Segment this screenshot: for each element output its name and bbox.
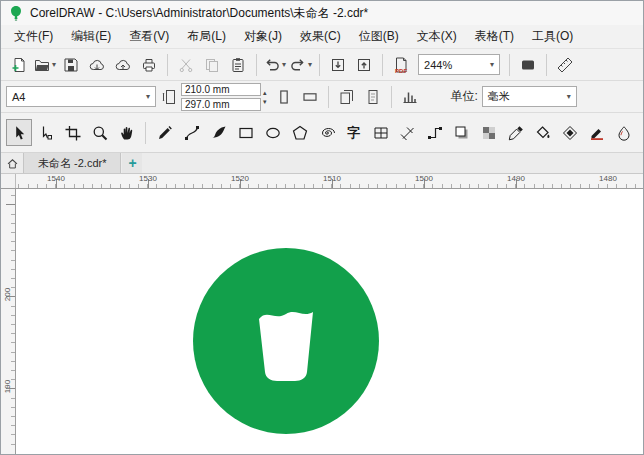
table-tool[interactable] bbox=[368, 119, 394, 146]
paste-clipboard-icon bbox=[230, 57, 246, 73]
page-width-input[interactable]: 210.0 mm bbox=[181, 83, 261, 96]
titlebar: CorelDRAW - C:\Users\Administrator\Docum… bbox=[1, 1, 643, 25]
redo-button[interactable]: ▾ bbox=[289, 53, 313, 77]
page-height-input[interactable]: 297.0 mm bbox=[181, 98, 261, 111]
smart-fill-tool[interactable] bbox=[557, 119, 583, 146]
coreldraw-window: CorelDRAW - C:\Users\Administrator\Docum… bbox=[0, 0, 644, 455]
rectangle-tool[interactable] bbox=[233, 119, 259, 146]
drawing-canvas[interactable]: 200 190 bbox=[1, 189, 643, 454]
landscape-orientation-button[interactable] bbox=[298, 85, 322, 109]
zoom-level-combobox[interactable]: 244% ▾ bbox=[418, 54, 500, 75]
menu-item-edit[interactable]: 编辑(E) bbox=[62, 25, 120, 48]
freehand-tool[interactable] bbox=[152, 119, 178, 146]
new-document-button[interactable] bbox=[7, 53, 31, 77]
menu-item-object[interactable]: 对象(J) bbox=[235, 25, 291, 48]
connector-tool[interactable] bbox=[422, 119, 448, 146]
cloud-upload-button[interactable] bbox=[111, 53, 135, 77]
dropdown-caret-icon: ▾ bbox=[146, 93, 150, 101]
units-combobox[interactable]: 毫米 ▾ bbox=[482, 86, 577, 107]
polygon-tool[interactable] bbox=[287, 119, 313, 146]
text-tool[interactable]: 字 bbox=[341, 119, 367, 146]
menu-item-effects[interactable]: 效果(C) bbox=[291, 25, 350, 48]
ellipse-tool[interactable] bbox=[260, 119, 286, 146]
publish-to-pdf-button[interactable]: PDF bbox=[389, 53, 413, 77]
brush-stroke-icon bbox=[211, 125, 227, 141]
document-tab[interactable]: 未命名 -2.cdr* bbox=[23, 153, 121, 173]
property-bar: A4 ▾ 210.0 mm 297.0 mm ▴ ▾ bbox=[1, 81, 643, 113]
artistic-media-tool[interactable] bbox=[206, 119, 232, 146]
page-width-value: 210.0 mm bbox=[185, 84, 229, 95]
text-tool-icon: 字 bbox=[347, 126, 360, 139]
menu-item-bitmaps[interactable]: 位图(B) bbox=[350, 25, 408, 48]
import-button[interactable] bbox=[326, 53, 350, 77]
pencil-icon bbox=[157, 125, 173, 141]
ruler-tick-label: 200 bbox=[3, 281, 12, 309]
pick-cursor-icon bbox=[11, 125, 27, 141]
copy-button[interactable] bbox=[200, 53, 224, 77]
save-button[interactable] bbox=[59, 53, 83, 77]
crop-tool[interactable] bbox=[60, 119, 86, 146]
ruler-tick-label: 1530 bbox=[134, 174, 162, 183]
cut-button[interactable] bbox=[174, 53, 198, 77]
parallel-dimension-tool[interactable] bbox=[395, 119, 421, 146]
toolbar-separator bbox=[167, 54, 168, 76]
open-document-button[interactable]: ▾ bbox=[33, 53, 57, 77]
paint-bucket-icon bbox=[535, 125, 551, 141]
shape-node-icon bbox=[38, 125, 54, 141]
current-page-button[interactable] bbox=[361, 85, 385, 109]
units-value: 毫米 bbox=[488, 89, 510, 104]
menu-item-text[interactable]: 文本(X) bbox=[408, 25, 466, 48]
transparency-tool[interactable] bbox=[476, 119, 502, 146]
toolbar-separator bbox=[391, 86, 392, 108]
document-tab-label: 未命名 -2.cdr* bbox=[38, 156, 106, 171]
coreldraw-logo-icon bbox=[8, 5, 24, 21]
cloud-download-button[interactable] bbox=[85, 53, 109, 77]
new-tab-button[interactable]: + bbox=[122, 153, 142, 173]
export-button[interactable] bbox=[352, 53, 376, 77]
toolbox-separator bbox=[145, 122, 146, 144]
fill-tool[interactable] bbox=[611, 119, 637, 146]
toolbox: 字 bbox=[1, 113, 643, 153]
welcome-home-icon[interactable] bbox=[1, 153, 23, 173]
menu-item-table[interactable]: 表格(T) bbox=[466, 25, 523, 48]
pick-tool[interactable] bbox=[6, 119, 32, 146]
menu-item-tools[interactable]: 工具(O) bbox=[523, 25, 582, 48]
fill-droplet-icon bbox=[616, 125, 632, 141]
vertical-ruler[interactable]: 200 190 bbox=[1, 189, 16, 454]
all-pages-button[interactable] bbox=[335, 85, 359, 109]
spiral-tool[interactable] bbox=[314, 119, 340, 146]
portrait-orientation-button[interactable] bbox=[272, 85, 296, 109]
color-eyedropper-tool[interactable] bbox=[503, 119, 529, 146]
page-size-stepper[interactable]: ▴ ▾ bbox=[263, 89, 267, 105]
undo-button[interactable]: ▾ bbox=[263, 53, 287, 77]
save-floppy-icon bbox=[63, 57, 79, 73]
print-button[interactable] bbox=[137, 53, 161, 77]
zoom-tool[interactable] bbox=[87, 119, 113, 146]
horizontal-ruler[interactable]: 1540 1530 1520 1510 1500 1490 1480 bbox=[1, 174, 643, 189]
interactive-fill-tool[interactable] bbox=[530, 119, 556, 146]
toolbar-separator bbox=[328, 86, 329, 108]
cloud-download-icon bbox=[89, 57, 105, 73]
menu-item-file[interactable]: 文件(F) bbox=[5, 25, 62, 48]
pan-tool[interactable] bbox=[114, 119, 140, 146]
ruler-origin-corner[interactable] bbox=[1, 174, 16, 189]
menu-item-layout[interactable]: 布局(L) bbox=[178, 25, 235, 48]
scissors-icon bbox=[178, 57, 194, 73]
shape-tool[interactable] bbox=[33, 119, 59, 146]
export-arrow-icon bbox=[356, 57, 372, 73]
ruler-tick-label: 190 bbox=[3, 373, 12, 401]
drawing-scale-button[interactable] bbox=[398, 85, 422, 109]
outline-pen-icon bbox=[589, 125, 605, 141]
drop-shadow-tool[interactable] bbox=[449, 119, 475, 146]
fullscreen-preview-button[interactable] bbox=[516, 53, 540, 77]
bezier-tool[interactable] bbox=[179, 119, 205, 146]
toolbar-separator bbox=[546, 54, 547, 76]
crop-icon bbox=[65, 125, 81, 141]
paste-button[interactable] bbox=[226, 53, 250, 77]
page-size-combobox[interactable]: A4 ▾ bbox=[6, 86, 156, 107]
stepper-up-icon: ▴ bbox=[263, 89, 267, 96]
menu-item-view[interactable]: 查看(V) bbox=[120, 25, 178, 48]
show-rulers-button[interactable] bbox=[553, 53, 577, 77]
green-circle-artwork[interactable] bbox=[193, 248, 379, 434]
outline-pen-tool[interactable] bbox=[584, 119, 610, 146]
